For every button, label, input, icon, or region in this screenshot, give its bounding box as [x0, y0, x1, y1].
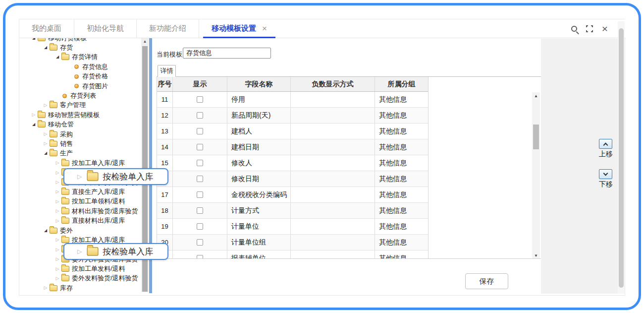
tree-item-label: 委外	[60, 226, 73, 235]
scrollbar-thumb[interactable]	[619, 28, 624, 288]
expand-arrow-icon[interactable]: ▷	[42, 103, 49, 108]
tree-item[interactable]: ◢移动仓管	[27, 120, 140, 129]
expand-arrow-icon[interactable]: ▷	[54, 276, 61, 281]
tree-item[interactable]: 存货图片	[27, 81, 140, 91]
cell-negative-display[interactable]	[291, 203, 375, 218]
expand-arrow-icon[interactable]: ▷	[54, 189, 61, 194]
tree-item[interactable]: ◢存货	[27, 43, 140, 52]
fullscreen-icon[interactable]	[586, 25, 593, 32]
cell-group: 其他信息	[375, 155, 428, 171]
expand-arrow-icon[interactable]: ▷	[54, 209, 61, 213]
cell-show	[173, 155, 227, 171]
show-checkbox[interactable]	[197, 191, 203, 198]
tree-item[interactable]: ▷按加工单入库/退库	[27, 158, 140, 168]
move-down-button[interactable]	[599, 169, 612, 179]
table-scrollbar[interactable]: ▲ ▼	[532, 92, 540, 259]
expand-arrow-icon[interactable]: ◢	[30, 123, 37, 126]
expand-arrow-icon[interactable]: ▷	[54, 161, 61, 165]
cell-negative-display[interactable]	[291, 124, 375, 139]
tab-init-nav[interactable]: 初始化导航	[74, 19, 136, 38]
tree-item[interactable]: ▷采购	[27, 129, 140, 139]
show-checkbox[interactable]	[197, 239, 203, 246]
tree-item[interactable]: ▷客户管理	[27, 101, 140, 110]
expand-arrow-icon[interactable]: ◢	[30, 38, 37, 40]
expand-arrow-icon[interactable]: ▷	[54, 238, 61, 242]
show-checkbox[interactable]	[197, 128, 203, 134]
tree-item[interactable]: ▷移动智慧营销模板	[27, 110, 140, 120]
expand-arrow-icon[interactable]: ▷	[30, 113, 37, 117]
expand-arrow-icon[interactable]: ▷	[54, 257, 61, 261]
show-checkbox[interactable]	[197, 96, 203, 103]
show-checkbox[interactable]	[197, 207, 203, 214]
folder-icon	[61, 266, 69, 272]
expand-arrow-icon[interactable]: ◢	[42, 151, 49, 155]
tree-item-label: 移动智慧营销模板	[48, 111, 100, 120]
tab-mobile-template-settings[interactable]: 移动模板设置 ×	[199, 19, 279, 38]
cell-seq: 19	[157, 219, 173, 234]
expand-arrow-icon: ▷	[77, 248, 82, 255]
current-template-input[interactable]	[183, 48, 271, 59]
show-checkbox[interactable]	[197, 223, 203, 230]
cell-negative-display[interactable]	[291, 139, 375, 155]
scrollbar-up-icon[interactable]: ▲	[141, 39, 149, 44]
tree-item[interactable]: ▷直接生产入库/退库	[27, 187, 140, 196]
cell-negative-display[interactable]	[291, 171, 375, 187]
move-up-button[interactable]	[599, 139, 612, 149]
folder-icon	[87, 172, 99, 181]
tab-my-desktop[interactable]: 我的桌面	[19, 19, 74, 38]
tree-item[interactable]: 存货列表	[27, 91, 140, 100]
cell-negative-display[interactable]	[291, 219, 375, 234]
expand-arrow-icon[interactable]: ▷	[42, 141, 49, 146]
cell-negative-display[interactable]	[291, 92, 375, 107]
tab-detail[interactable]: 详情	[158, 65, 176, 77]
expand-arrow-icon[interactable]: ▷	[42, 132, 49, 136]
tree-item[interactable]: ▷直接材料出库/退库	[27, 216, 140, 225]
tree-item[interactable]: ▷材料出库验货/退库验货	[27, 206, 140, 216]
table-row: 14建档日期其他信息	[157, 139, 428, 155]
expand-arrow-icon[interactable]: ▷	[54, 199, 61, 204]
tab-new-features[interactable]: 新功能介绍	[136, 19, 199, 38]
cell-negative-display[interactable]	[291, 250, 375, 259]
save-button[interactable]: 保存	[465, 273, 508, 289]
window-scrollbar[interactable]	[618, 21, 625, 294]
tree-item[interactable]: ▷按加工单领料/退料	[27, 197, 140, 206]
scrollbar-down-icon[interactable]: ▼	[532, 253, 540, 258]
scrollbar-thumb[interactable]	[533, 125, 539, 149]
tree-item[interactable]: ◢存货详情	[27, 53, 140, 62]
expand-arrow-icon[interactable]: ▷	[54, 267, 61, 271]
show-checkbox[interactable]	[197, 255, 203, 259]
table-body: 11停用其他信息12新品周期(天)其他信息13建档人其他信息14建档日期其他信息…	[157, 92, 428, 259]
table-header: 序号 显示 字段名称 负数显示方式 所属分组	[157, 77, 428, 92]
expand-arrow-icon[interactable]: ▷	[54, 171, 61, 175]
expand-arrow-icon[interactable]: ◢	[42, 46, 49, 50]
tree-item[interactable]: ▷库存	[27, 283, 140, 292]
expand-arrow-icon[interactable]: ▷	[54, 248, 61, 252]
show-checkbox[interactable]	[197, 112, 203, 119]
expand-arrow-icon[interactable]: ◢	[42, 229, 49, 233]
cell-negative-display[interactable]	[291, 187, 375, 202]
tree-item[interactable]: ▷委外发料验货/退料验货	[27, 274, 140, 283]
show-checkbox[interactable]	[197, 176, 203, 182]
tree-item[interactable]: ◢移动订货模板	[27, 38, 140, 43]
tree-item[interactable]: ◢生产	[27, 149, 140, 158]
tree-item[interactable]: ▷按加工单发料/退料	[27, 264, 140, 273]
cell-negative-display[interactable]	[291, 235, 375, 250]
search-icon[interactable]	[571, 26, 577, 32]
tree-item[interactable]: ◢委外	[27, 226, 140, 235]
cell-negative-display[interactable]	[291, 108, 375, 123]
expand-arrow-icon[interactable]: ▷	[42, 286, 49, 290]
scrollbar-up-icon[interactable]: ▲	[532, 94, 540, 98]
close-icon[interactable]: ×	[602, 25, 608, 32]
cell-negative-display[interactable]	[291, 155, 375, 171]
tree-item[interactable]: 存货价格	[27, 72, 140, 81]
show-checkbox[interactable]	[197, 160, 203, 166]
tree-item[interactable]: ▷销售	[27, 139, 140, 148]
cell-group: 其他信息	[375, 219, 428, 234]
tree-item[interactable]: 存货信息	[27, 62, 140, 71]
expand-arrow-icon[interactable]: ▷	[54, 180, 61, 185]
tab-close-icon[interactable]: ×	[262, 24, 267, 33]
show-checkbox[interactable]	[197, 144, 203, 150]
expand-arrow-icon[interactable]: ◢	[54, 55, 61, 59]
expand-arrow-icon[interactable]: ▷	[54, 219, 61, 223]
table-row: 16修改日期其他信息	[157, 171, 428, 187]
